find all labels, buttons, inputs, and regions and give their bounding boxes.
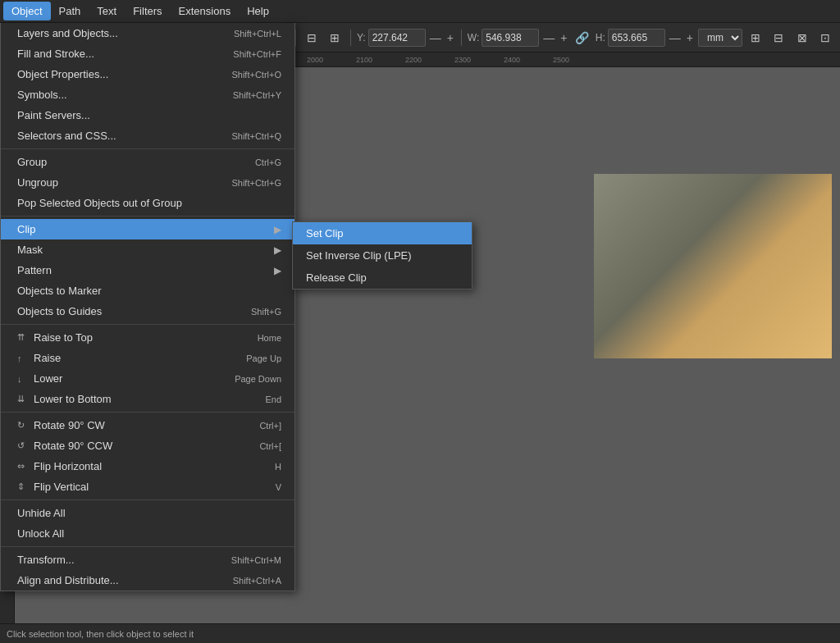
tb-align-1[interactable]: ⊞ bbox=[746, 27, 765, 48]
y-coord-group: Y: — + bbox=[357, 29, 455, 47]
menu-item-ungroup[interactable]: Ungroup Shift+Ctrl+G bbox=[1, 172, 294, 193]
clip-set-clip[interactable]: Set Clip bbox=[293, 222, 472, 244]
menu-item-transform[interactable]: Transform... Shift+Ctrl+M bbox=[1, 550, 294, 570]
menu-item-pattern[interactable]: Pattern ▶ bbox=[1, 260, 294, 280]
tb-sep-3 bbox=[350, 30, 351, 46]
tick-2400: 2400 bbox=[472, 56, 522, 64]
unit-select[interactable]: mm px pt cm in bbox=[698, 29, 742, 47]
menu-help[interactable]: Help bbox=[239, 2, 277, 21]
menu-item-paint-servers[interactable]: Paint Servers... bbox=[1, 105, 294, 125]
w-input[interactable] bbox=[482, 29, 539, 47]
menu-path[interactable]: Path bbox=[51, 2, 89, 21]
menu-item-flip-h[interactable]: ⇔ Flip Horizontal H bbox=[1, 456, 294, 477]
thumb-image bbox=[594, 174, 832, 358]
clip-submenu: Set Clip Set Inverse Clip (LPE) Release … bbox=[292, 221, 472, 290]
y-minus[interactable]: — bbox=[428, 31, 443, 44]
menu-item-rotate-ccw[interactable]: ↺ Rotate 90° CCW Ctrl+[ bbox=[1, 436, 294, 456]
set-clip-label: Set Clip bbox=[306, 227, 344, 239]
menu-object[interactable]: Object bbox=[3, 2, 51, 21]
h-label: H: bbox=[596, 32, 605, 43]
menu-item-lower[interactable]: ↓ Lower Page Down bbox=[1, 368, 294, 389]
tick-2200: 2200 bbox=[374, 56, 423, 64]
menu-item-objects-to-marker[interactable]: Objects to Marker bbox=[1, 280, 294, 301]
menu-item-fill-stroke[interactable]: Fill and Stroke... Shift+Ctrl+F bbox=[1, 43, 294, 64]
h-coord-group: H: — + bbox=[596, 29, 695, 47]
menu-text[interactable]: Text bbox=[89, 2, 125, 21]
menu-sep-1 bbox=[1, 148, 294, 149]
tb-align-3[interactable]: ⊠ bbox=[792, 27, 812, 48]
menu-item-unlock-all[interactable]: Unlock All bbox=[1, 523, 294, 544]
menu-sep-2 bbox=[1, 216, 294, 217]
tb-icon-13[interactable]: ⊟ bbox=[301, 27, 321, 48]
menu-item-mask[interactable]: Mask ▶ bbox=[1, 239, 294, 260]
menu-item-clip[interactable]: Clip ▶ bbox=[1, 219, 294, 239]
menu-item-unhide-all[interactable]: Unhide All bbox=[1, 503, 294, 523]
menu-item-objects-to-guides[interactable]: Objects to Guides Shift+G bbox=[1, 301, 294, 322]
tick-2500: 2500 bbox=[522, 56, 571, 64]
menu-sep-6 bbox=[1, 546, 294, 547]
clip-release[interactable]: Release Clip bbox=[293, 267, 472, 289]
tb-align-4[interactable]: ⊡ bbox=[815, 27, 835, 48]
menu-item-group[interactable]: Group Ctrl+G bbox=[1, 152, 294, 172]
tick-2100: 2100 bbox=[325, 56, 374, 64]
menu-item-selectors-css[interactable]: Selectors and CSS... Shift+Ctrl+Q bbox=[1, 125, 294, 146]
y-plus[interactable]: + bbox=[445, 31, 455, 44]
tb-align-2[interactable]: ⊟ bbox=[769, 27, 788, 48]
menu-extensions[interactable]: Extensions bbox=[171, 2, 240, 21]
menu-filters[interactable]: Filters bbox=[125, 2, 170, 21]
release-clip-label: Release Clip bbox=[306, 271, 367, 284]
menu-item-pop-selected[interactable]: Pop Selected Objects out of Group bbox=[1, 193, 294, 213]
tick-2300: 2300 bbox=[423, 56, 472, 64]
w-plus[interactable]: + bbox=[559, 31, 568, 44]
menu-sep-4 bbox=[1, 412, 294, 413]
h-plus[interactable]: + bbox=[685, 31, 695, 44]
tb-icon-14[interactable]: ⊞ bbox=[325, 27, 345, 48]
w-minus[interactable]: — bbox=[541, 31, 556, 44]
set-inverse-clip-label: Set Inverse Clip (LPE) bbox=[306, 249, 412, 262]
menu-item-flip-v[interactable]: ⇕ Flip Vertical V bbox=[1, 477, 294, 497]
y-input[interactable] bbox=[368, 29, 426, 47]
w-label: W: bbox=[468, 32, 479, 43]
menu-sep-3 bbox=[1, 324, 294, 325]
menu-item-raise[interactable]: ↑ Raise Page Up bbox=[1, 348, 294, 368]
thumb-image-container bbox=[594, 174, 832, 358]
menu-item-layers-objects[interactable]: Layers and Objects... Shift+Ctrl+L bbox=[1, 23, 294, 43]
h-input[interactable] bbox=[608, 29, 665, 47]
menu-item-lower-to-bottom[interactable]: ⇊ Lower to Bottom End bbox=[1, 389, 294, 409]
h-minus[interactable]: — bbox=[668, 31, 682, 44]
menu-sep-5 bbox=[1, 499, 294, 500]
lock-aspect[interactable]: 🔗 bbox=[572, 27, 591, 48]
menu-item-symbols[interactable]: Symbols... Shift+Ctrl+Y bbox=[1, 84, 294, 105]
object-menu: Layers and Objects... Shift+Ctrl+L Fill … bbox=[0, 23, 295, 591]
w-coord-group: W: — + bbox=[468, 29, 569, 47]
tb-sep-4 bbox=[461, 30, 462, 46]
menu-item-object-properties[interactable]: Object Properties... Shift+Ctrl+O bbox=[1, 64, 294, 84]
menubar: Object Path Text Filters Extensions Help bbox=[0, 0, 840, 23]
menu-item-raise-to-top[interactable]: ⇈ Raise to Top Home bbox=[1, 327, 294, 348]
clip-set-inverse[interactable]: Set Inverse Clip (LPE) bbox=[293, 244, 472, 267]
menu-item-align-distribute[interactable]: Align and Distribute... Shift+Ctrl+A bbox=[1, 570, 294, 591]
menu-item-rotate-cw[interactable]: ↻ Rotate 90° CW Ctrl+] bbox=[1, 415, 294, 436]
status-text: Click selection tool, then click object … bbox=[7, 629, 194, 639]
statusbar: Click selection tool, then click object … bbox=[0, 623, 840, 643]
y-label: Y: bbox=[357, 32, 366, 43]
